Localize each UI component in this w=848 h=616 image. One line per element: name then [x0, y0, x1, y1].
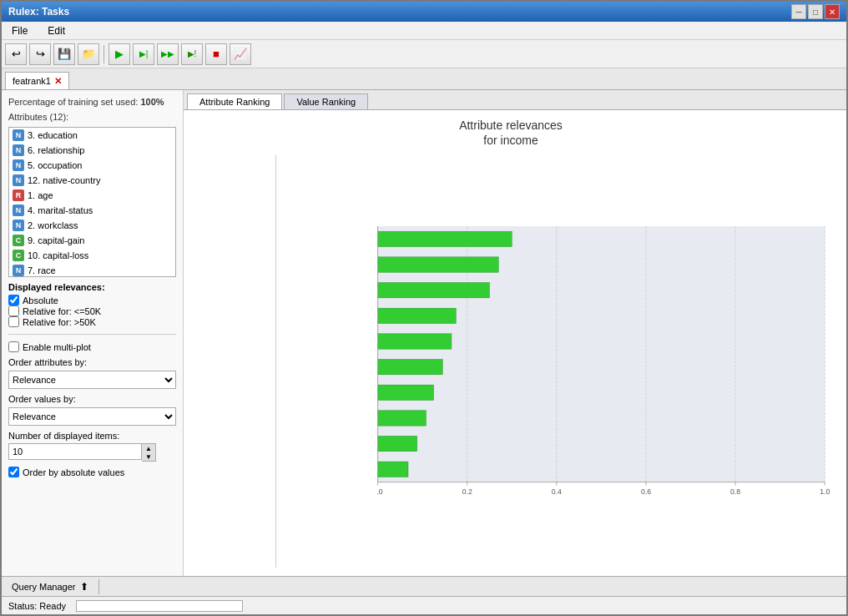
bar-5: [378, 359, 443, 374]
main-content: Percentage of training set used: 100% At…: [2, 90, 846, 576]
multiplot-label: Enable multi-plot: [23, 342, 91, 352]
main-window: Rulex: Tasks ─ □ ✕ File Edit ↩ ↪ 💾 📁 ▶ ▶…: [0, 0, 848, 616]
attr-label: 3. education: [28, 130, 78, 140]
multiplot-row: Enable multi-plot: [8, 341, 176, 352]
tab-value-ranking[interactable]: Value Ranking: [284, 93, 368, 109]
title-bar: Rulex: Tasks ─ □ ✕: [2, 2, 846, 22]
attribute-item-workclass[interactable]: N2. workclass: [9, 218, 175, 233]
status-text: Status: Ready: [8, 601, 66, 611]
attribute-item-marital-status[interactable]: N4. marital-status: [9, 203, 175, 218]
open-button[interactable]: 📁: [78, 43, 99, 65]
percentage-value: 100%: [140, 97, 164, 107]
attr-badge-n: N: [13, 159, 24, 171]
x-tick-4: 0.8: [730, 487, 740, 496]
attr-label: 2. workclass: [28, 220, 78, 230]
order-val-section: Order values by: Relevance: [8, 394, 176, 426]
x-tick-2: 0.4: [552, 487, 562, 496]
spinner-up[interactable]: ▲: [142, 444, 155, 452]
minimize-button[interactable]: ─: [791, 4, 806, 19]
task-tab-featrank1[interactable]: featrank1 ✕: [5, 72, 69, 89]
bar-7: [378, 411, 427, 426]
right-panel: Attribute Ranking Value Ranking Attribut…: [184, 90, 846, 576]
relevance-label-0: Absolute: [23, 295, 58, 305]
order-absolute-checkbox[interactable]: [8, 467, 19, 477]
divider-1: [8, 334, 176, 335]
query-manager-tab[interactable]: Query Manager ⬆: [2, 579, 99, 594]
multiplot-checkbox[interactable]: [8, 341, 19, 352]
order-val-label: Order values by:: [8, 394, 176, 404]
chart-bars-area: 0.00.20.40.60.81.0educationrelationshipo…: [275, 155, 838, 568]
play-button[interactable]: ▶: [109, 43, 130, 65]
order-absolute-row: Order by absolute values: [8, 467, 176, 477]
attr-badge-c: C: [13, 250, 24, 261]
spinner-buttons: ▲ ▼: [142, 443, 156, 462]
order-val-select[interactable]: Relevance: [8, 407, 176, 426]
num-items-label: Number of displayed items:: [8, 431, 176, 441]
relevances-section: Displayed relevances: AbsoluteRelative f…: [8, 282, 176, 327]
attr-label: 6. relationship: [28, 145, 85, 155]
window-controls: ─ □ ✕: [791, 4, 840, 19]
attribute-item-occupation[interactable]: N5. occupation: [9, 158, 175, 173]
bar-1: [378, 257, 499, 272]
undo-button[interactable]: ↩: [5, 43, 27, 65]
attr-label: 12. native-country: [28, 175, 100, 185]
x-tick-1: 0.2: [462, 487, 472, 496]
maximize-button[interactable]: □: [808, 4, 823, 19]
redo-button[interactable]: ↪: [29, 43, 51, 65]
bar-4: [378, 334, 452, 349]
percentage-label: Percentage of training set used: 100%: [8, 97, 176, 107]
play-all-button[interactable]: ▶!: [181, 43, 203, 65]
attribute-item-age[interactable]: R1. age: [9, 188, 175, 203]
relevances-checkboxes: AbsoluteRelative for: <=50KRelative for:…: [8, 295, 176, 327]
attribute-item-capital-gain[interactable]: C9. capital-gain: [9, 233, 175, 248]
attribute-item-race[interactable]: N7. race: [9, 263, 175, 277]
x-tick-0: 0.0: [376, 487, 383, 496]
relevance-checkbox-0[interactable]: [8, 295, 19, 305]
play-step-button[interactable]: ▶|: [133, 43, 154, 65]
close-button[interactable]: ✕: [825, 4, 840, 19]
query-manager-label: Query Manager: [12, 582, 75, 592]
relevance-checkbox-1[interactable]: [8, 305, 19, 316]
play-fast-button[interactable]: ▶▶: [157, 43, 179, 65]
num-items-input[interactable]: [8, 443, 142, 460]
attr-label: 10. capital-loss: [28, 250, 88, 260]
menu-file[interactable]: File: [5, 23, 34, 38]
attribute-item-capital-loss[interactable]: C10. capital-loss: [9, 248, 175, 263]
attr-label: 4. marital-status: [28, 205, 93, 215]
attr-badge-n: N: [13, 144, 24, 156]
order-absolute-label: Order by absolute values: [23, 467, 124, 477]
tab-attribute-ranking[interactable]: Attribute Ranking: [187, 93, 282, 109]
order-attr-select[interactable]: Relevance: [8, 371, 176, 389]
chart-button[interactable]: 📈: [230, 43, 251, 65]
attr-label: 5. occupation: [28, 160, 82, 170]
bar-0: [378, 231, 512, 246]
chart-title: Attribute relevances: [184, 119, 838, 132]
window-title: Rulex: Tasks: [8, 6, 69, 18]
relevance-row-2: Relative for: >50K: [8, 316, 176, 327]
attribute-item-relationship[interactable]: N6. relationship: [9, 143, 175, 158]
relevance-row-0: Absolute: [8, 295, 176, 305]
bar-9: [378, 462, 408, 477]
attr-label: 7. race: [28, 265, 56, 275]
menu-edit[interactable]: Edit: [41, 23, 72, 38]
stop-button[interactable]: ■: [205, 43, 227, 65]
task-tab-close[interactable]: ✕: [54, 76, 62, 87]
bar-6: [378, 385, 434, 400]
query-manager-icon: ⬆: [80, 581, 88, 593]
num-items-spinner: ▲ ▼: [8, 443, 176, 462]
bar-3: [378, 308, 457, 323]
attribute-item-native-country[interactable]: N12. native-country: [9, 173, 175, 188]
attr-badge-n: N: [13, 174, 24, 186]
save-button[interactable]: 💾: [53, 43, 75, 65]
menu-bar: File Edit: [2, 22, 846, 40]
chart-subtitle: for income: [184, 134, 838, 147]
spinner-down[interactable]: ▼: [142, 452, 155, 461]
attr-label: 9. capital-gain: [28, 235, 85, 245]
relevance-checkbox-2[interactable]: [8, 316, 19, 327]
chart-area: Attribute relevances for income 0.00.20.…: [184, 110, 846, 576]
attribute-item-education[interactable]: N3. education: [9, 128, 175, 143]
chart-container: 0.00.20.40.60.81.0educationrelationshipo…: [184, 155, 838, 568]
order-attr-label: Order attributes by:: [8, 357, 176, 367]
attr-label: 1. age: [28, 190, 53, 200]
left-panel: Percentage of training set used: 100% At…: [2, 90, 184, 576]
